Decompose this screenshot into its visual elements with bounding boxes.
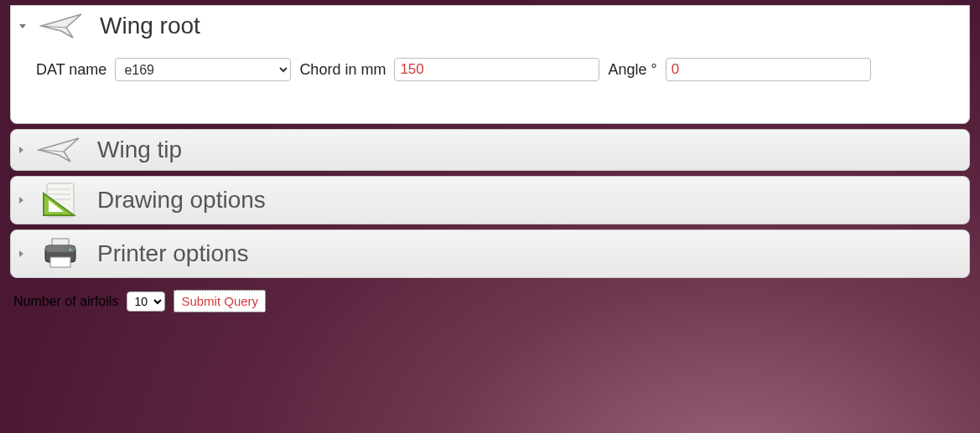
dat-name-label: DAT name <box>36 61 106 79</box>
panel-header-printer-options[interactable]: Printer options <box>19 235 961 272</box>
panel-wing-root: Wing root DAT name e169 Chord in mm Angl… <box>10 5 970 124</box>
panel-header-wing-root[interactable]: Wing root <box>19 11 961 41</box>
printer-icon <box>35 235 86 272</box>
paper-plane-icon <box>35 135 86 165</box>
panel-header-wing-tip[interactable]: Wing tip <box>19 135 961 165</box>
panel-header-drawing-options[interactable]: Drawing options <box>19 182 961 219</box>
caret-right-icon <box>19 250 23 257</box>
svg-point-11 <box>69 248 71 250</box>
caret-down-icon <box>19 24 26 28</box>
wing-root-form: DAT name e169 Chord in mm Angle ° <box>19 41 961 81</box>
paper-plane-icon <box>38 11 88 41</box>
airfoil-count-select[interactable]: 10 <box>127 291 165 312</box>
angle-label: Angle ° <box>608 61 656 79</box>
dat-name-select[interactable]: e169 <box>115 58 291 81</box>
panel-title: Wing tip <box>97 137 182 163</box>
panel-printer-options: Printer options <box>10 229 970 278</box>
svg-rect-10 <box>50 257 70 267</box>
bottom-bar: Number of airfoils 10 Submit Query <box>10 278 970 324</box>
panel-wing-tip: Wing tip <box>10 129 970 171</box>
panel-title: Wing root <box>100 13 200 39</box>
panel-title: Printer options <box>97 240 249 267</box>
ruler-triangle-icon <box>35 182 86 219</box>
angle-input[interactable] <box>666 58 871 81</box>
caret-right-icon <box>19 147 23 153</box>
panel-title: Drawing options <box>97 187 266 214</box>
panel-drawing-options: Drawing options <box>10 176 970 224</box>
chord-label: Chord in mm <box>299 61 386 79</box>
airfoil-count-label: Number of airfoils <box>13 294 118 309</box>
chord-input[interactable] <box>394 58 599 81</box>
submit-query-button[interactable]: Submit Query <box>174 290 266 312</box>
caret-right-icon <box>19 197 23 204</box>
